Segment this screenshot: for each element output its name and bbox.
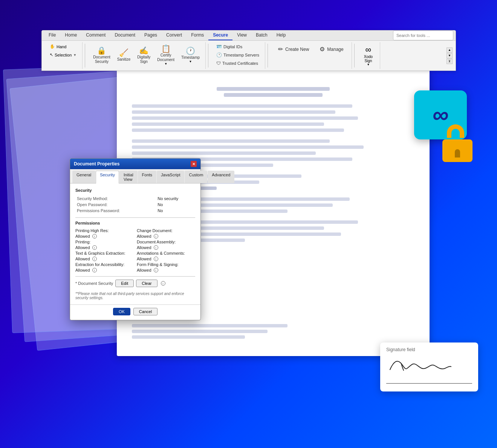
tab-help[interactable]: Help bbox=[272, 31, 291, 40]
digitally-sign-button[interactable]: ✍ DigitallySign bbox=[135, 45, 153, 66]
form-filling-signing-value-row: Allowed i bbox=[137, 268, 195, 272]
document-assembly-value-row: Allowed i bbox=[137, 245, 195, 250]
certify-document-button[interactable]: 📋 CertifyDocument ▼ bbox=[154, 43, 177, 67]
change-document-info-icon[interactable]: i bbox=[154, 234, 158, 239]
xodo-sign-section: ∞ XodoSign ▼ bbox=[357, 42, 380, 69]
permissions-password-value: No bbox=[156, 208, 195, 214]
hand-icon: ✋ bbox=[50, 44, 55, 49]
doc-security-row: * Document Security Edit Clear i bbox=[75, 280, 195, 287]
tab-pages[interactable]: Pages bbox=[140, 31, 162, 40]
ok-button[interactable]: OK bbox=[113, 308, 130, 315]
dialog-tab-custom[interactable]: Custom bbox=[185, 171, 207, 183]
create-manage-section: ✏ Create New ⚙ Manage bbox=[270, 42, 352, 69]
dialog-separator-1 bbox=[75, 217, 195, 218]
scroll-down-button[interactable]: ▼ bbox=[447, 53, 453, 58]
security-section-title: Security bbox=[75, 188, 195, 193]
dialog-tab-fonts[interactable]: Fonts bbox=[138, 171, 157, 183]
form-filling-signing-info-icon[interactable]: i bbox=[154, 268, 158, 272]
lock-body bbox=[442, 139, 473, 162]
cancel-button[interactable]: Cancel bbox=[133, 308, 158, 315]
manage-button[interactable]: ⚙ Manage bbox=[315, 43, 348, 55]
timestamp-servers-label: Timestamp Servers bbox=[223, 53, 259, 57]
permissions-password-row: Permissions Password: No bbox=[75, 208, 195, 214]
selection-label: Selection bbox=[55, 53, 72, 57]
printing-info-icon[interactable]: i bbox=[92, 245, 97, 250]
xodo-sign-icon: ∞ bbox=[365, 45, 372, 55]
selection-button[interactable]: ↖ Selection ▼ bbox=[47, 51, 79, 58]
trusted-certificates-label: Trusted Certificates bbox=[222, 61, 258, 66]
security-note: **Please note that not all third-party s… bbox=[75, 292, 195, 300]
dialog-tab-initial-view[interactable]: Initial View bbox=[119, 171, 138, 183]
edit-button[interactable]: Edit bbox=[115, 280, 134, 287]
dialog-tab-advanced[interactable]: Advanced bbox=[208, 171, 234, 183]
timestamp-button[interactable]: 🕐 Timestamp ▼ bbox=[179, 45, 202, 65]
manage-label: Manage bbox=[327, 47, 343, 52]
search-input[interactable] bbox=[393, 31, 453, 40]
cursor-icon: ↖ bbox=[50, 52, 53, 57]
tools-row: 🔒 DocumentSecurity 🧹 Sanitize ✍ Digitall… bbox=[90, 43, 202, 67]
document-security-button[interactable]: 🔒 DocumentSecurity bbox=[90, 45, 113, 66]
change-document-label: Change Document: bbox=[137, 228, 173, 233]
hand-selection-group: ✋ Hand ↖ Selection ▼ bbox=[47, 43, 79, 58]
dialog-footer: OK Cancel bbox=[70, 304, 200, 320]
tab-home[interactable]: Home bbox=[60, 31, 81, 40]
dialog-tab-javascript[interactable]: JavaScript bbox=[157, 171, 184, 183]
text-graphics-value: Allowed bbox=[75, 257, 90, 261]
timestamp-servers-icon: 🕐 bbox=[216, 52, 222, 58]
tab-comment[interactable]: Comment bbox=[81, 31, 110, 40]
text-graphics-row: Text & Graphics Extraction: bbox=[75, 251, 134, 255]
sanitize-icon: 🧹 bbox=[119, 49, 128, 57]
printing-high-res-value-row: Allowed i bbox=[75, 234, 134, 239]
clear-button[interactable]: Clear bbox=[136, 280, 157, 287]
timestamp-icon: 🕐 bbox=[186, 47, 195, 55]
sanitize-button[interactable]: 🧹 Sanitize bbox=[115, 47, 133, 64]
annotations-comments-info-icon[interactable]: i bbox=[154, 257, 158, 261]
change-document-row: Change Document: bbox=[137, 228, 195, 233]
document-assembly-info-icon[interactable]: i bbox=[154, 245, 158, 250]
tab-batch[interactable]: Batch bbox=[251, 31, 272, 40]
hand-button[interactable]: ✋ Hand bbox=[47, 43, 79, 50]
scroll-expand-button[interactable]: ⊻ bbox=[447, 59, 453, 64]
tab-view[interactable]: View bbox=[232, 31, 251, 40]
dialog-tab-general[interactable]: General bbox=[72, 171, 95, 183]
printing-high-res-info-icon[interactable]: i bbox=[92, 234, 97, 239]
signature-card: Signature field bbox=[380, 342, 478, 391]
trusted-certificates-button[interactable]: 🛡 Trusted Certificates bbox=[214, 60, 262, 67]
dialog-body: Security Security Method: No security Op… bbox=[70, 183, 200, 304]
timestamp-servers-button[interactable]: 🕐 Timestamp Servers bbox=[214, 51, 262, 59]
create-new-button[interactable]: ✏ Create New bbox=[273, 43, 314, 55]
dropdown-icon: ▼ bbox=[73, 53, 76, 57]
permissions-section-title: Permissions bbox=[75, 221, 195, 225]
form-filling-signing-value: Allowed bbox=[137, 268, 151, 272]
dialog-tab-security[interactable]: Security bbox=[96, 171, 119, 183]
xodo-sign-dropdown-icon: ▼ bbox=[367, 63, 370, 66]
printing-high-res-value: Allowed bbox=[75, 234, 90, 239]
annotations-comments-row: Annotations & Comments: bbox=[137, 251, 195, 255]
certify-document-icon: 📋 bbox=[161, 45, 171, 52]
extraction-accessibility-info-icon[interactable]: i bbox=[92, 268, 97, 272]
document-properties-dialog: Document Properties ✕ General Security I… bbox=[70, 158, 201, 320]
dialog-titlebar: Document Properties ✕ bbox=[70, 159, 200, 169]
ribbon-scroll-controls: ▲ ▼ ⊻ bbox=[446, 42, 453, 69]
digital-ids-label: Digital IDs bbox=[223, 44, 242, 49]
annotations-comments-label: Annotations & Comments: bbox=[137, 251, 185, 255]
timestamp-dropdown-icon: ▼ bbox=[189, 60, 192, 63]
tab-document[interactable]: Document bbox=[110, 31, 140, 40]
tab-secure[interactable]: Secure bbox=[208, 31, 232, 40]
create-new-label: Create New bbox=[285, 47, 309, 52]
extraction-accessibility-row: Extraction for Accessibility: bbox=[75, 262, 134, 267]
tab-convert[interactable]: Convert bbox=[162, 31, 187, 40]
doc-security-info-icon[interactable]: i bbox=[161, 281, 165, 286]
change-document-value-row: Allowed i bbox=[137, 234, 195, 239]
tab-forms[interactable]: Forms bbox=[187, 31, 208, 40]
dialog-close-button[interactable]: ✕ bbox=[191, 161, 197, 167]
digital-ids-button[interactable]: 🪪 Digital IDs bbox=[214, 43, 262, 50]
extraction-accessibility-value-row: Allowed i bbox=[75, 268, 134, 272]
scroll-up-button[interactable]: ▲ bbox=[447, 47, 453, 53]
ribbon: File Home Comment Document Pages Convert… bbox=[41, 30, 456, 71]
divider-2 bbox=[208, 44, 208, 67]
tab-file[interactable]: File bbox=[44, 31, 60, 40]
xodo-sign-button[interactable]: ∞ XodoSign ▼ bbox=[360, 43, 377, 68]
digital-ids-buttons: 🪪 Digital IDs 🕐 Timestamp Servers 🛡 Trus… bbox=[214, 43, 262, 67]
text-graphics-info-icon[interactable]: i bbox=[92, 257, 97, 261]
